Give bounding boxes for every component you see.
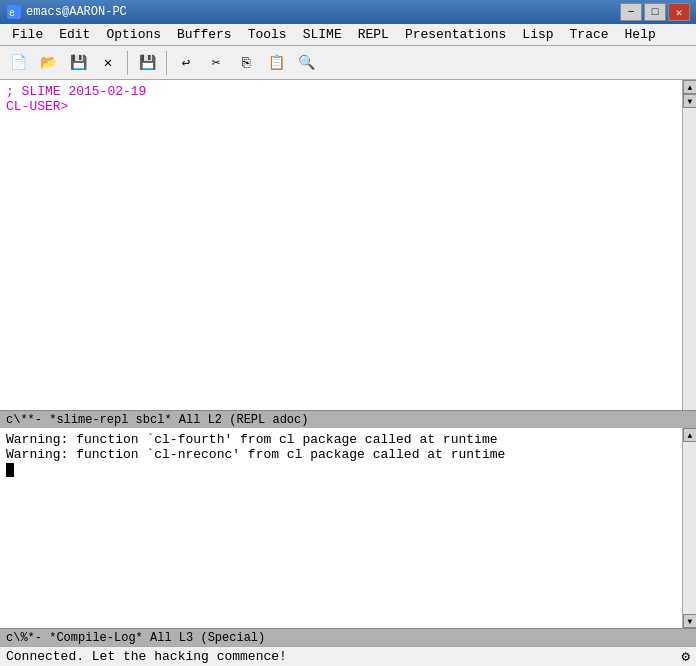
menu-bar: FileEditOptionsBuffersToolsSLIMEREPLPres… (0, 24, 696, 46)
log-mode-line: c\%*- *Compile-Log* All L3 (Special) (0, 628, 696, 646)
log-scrollbar[interactable]: ▲ ▼ (682, 428, 696, 628)
repl-scrollbar[interactable]: ▲ ▼ (682, 80, 696, 410)
status-bar: Connected. Let the hacking commence! ⚙ (0, 646, 696, 666)
toolbar-save-all-button[interactable]: 💾 (133, 49, 161, 77)
toolbar-undo-button[interactable]: ↩ (172, 49, 200, 77)
log-content[interactable]: Warning: function `cl-fourth' from cl pa… (0, 428, 696, 628)
repl-pane: ; SLIME 2015-02-19 CL-USER> ▲ ▼ (0, 80, 696, 410)
toolbar-separator-4 (166, 51, 167, 75)
maximize-button[interactable]: □ (644, 3, 666, 21)
toolbar-close-file-button[interactable]: ✕ (94, 49, 122, 77)
warning-2: Warning: function `cl-nreconc' from cl p… (6, 447, 690, 462)
menu-item-tools[interactable]: Tools (240, 25, 295, 44)
log-scroll-track[interactable] (683, 442, 696, 614)
repl-mode-line: c\**- *slime-repl sbcl* All L2 (REPL ado… (0, 410, 696, 428)
toolbar-save-button[interactable]: 💾 (64, 49, 92, 77)
title-controls: − □ ✕ (620, 3, 690, 21)
menu-item-slime[interactable]: SLIME (295, 25, 350, 44)
repl-content[interactable]: ; SLIME 2015-02-19 CL-USER> (0, 80, 696, 410)
menu-item-repl[interactable]: REPL (350, 25, 397, 44)
cursor-line (6, 462, 690, 477)
status-icon: ⚙ (682, 648, 690, 665)
toolbar-separator-3 (127, 51, 128, 75)
log-scroll-down-button[interactable]: ▼ (683, 614, 696, 628)
close-button[interactable]: ✕ (668, 3, 690, 21)
toolbar-paste-button[interactable]: 📋 (262, 49, 290, 77)
title-bar: e emacs@AARON-PC − □ ✕ (0, 0, 696, 24)
toolbar-open-button[interactable]: 📂 (34, 49, 62, 77)
log-scroll-up-button[interactable]: ▲ (683, 428, 696, 442)
menu-item-trace[interactable]: Trace (562, 25, 617, 44)
menu-item-options[interactable]: Options (98, 25, 169, 44)
title-bar-left: e emacs@AARON-PC (6, 4, 127, 20)
main-area: ; SLIME 2015-02-19 CL-USER> ▲ ▼ c\**- *s… (0, 80, 696, 666)
menu-item-help[interactable]: Help (617, 25, 664, 44)
minimize-button[interactable]: − (620, 3, 642, 21)
menu-item-presentations[interactable]: Presentations (397, 25, 514, 44)
toolbar-copy-button[interactable]: ⎘ (232, 49, 260, 77)
svg-text:e: e (9, 8, 15, 19)
log-mode-line-text: c\%*- *Compile-Log* All L3 (Special) (6, 631, 265, 645)
slime-version-comment: ; SLIME 2015-02-19 (6, 84, 690, 99)
toolbar-search-button[interactable]: 🔍 (292, 49, 320, 77)
scroll-down-button[interactable]: ▼ (683, 94, 696, 108)
repl-mode-line-text: c\**- *slime-repl sbcl* All L2 (REPL ado… (6, 413, 308, 427)
warning-1: Warning: function `cl-fourth' from cl pa… (6, 432, 690, 447)
scroll-up-button[interactable]: ▲ (683, 80, 696, 94)
log-pane: Warning: function `cl-fourth' from cl pa… (0, 428, 696, 628)
toolbar-cut-button[interactable]: ✂ (202, 49, 230, 77)
menu-item-lisp[interactable]: Lisp (514, 25, 561, 44)
menu-item-buffers[interactable]: Buffers (169, 25, 240, 44)
text-cursor (6, 463, 14, 477)
repl-prompt: CL-USER> (6, 99, 690, 114)
toolbar: 📄📂💾✕💾↩✂⎘📋🔍 (0, 46, 696, 80)
status-text: Connected. Let the hacking commence! (6, 649, 287, 664)
menu-item-file[interactable]: File (4, 25, 51, 44)
title-text: emacs@AARON-PC (26, 5, 127, 19)
menu-item-edit[interactable]: Edit (51, 25, 98, 44)
toolbar-new-button[interactable]: 📄 (4, 49, 32, 77)
app-icon: e (6, 4, 22, 20)
